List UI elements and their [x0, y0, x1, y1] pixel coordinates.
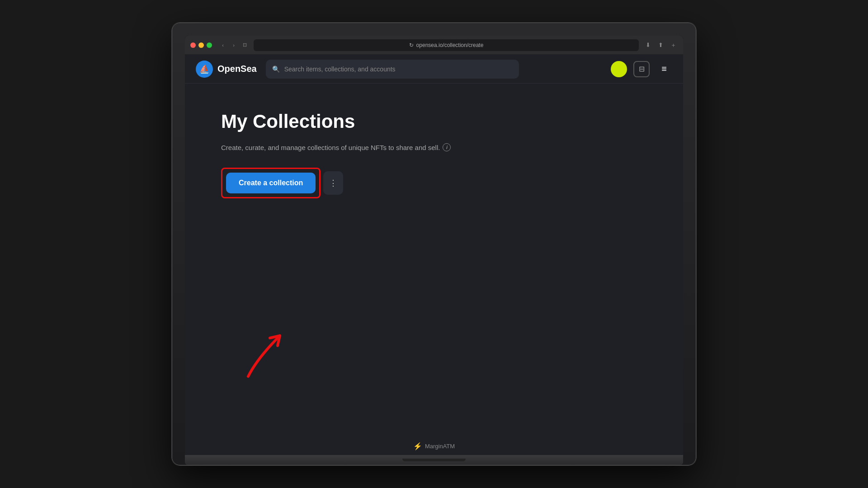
screen-bezel: ‹ › ⊡ ↻ opensea.io/collection/create ⬇ ⬆… — [185, 36, 683, 455]
download-icon[interactable]: ⬇ — [643, 41, 652, 50]
menu-button[interactable]: ≡ — [656, 61, 672, 77]
opensea-logo: ⛵ — [196, 61, 213, 78]
arrow-svg — [239, 322, 293, 381]
laptop-shell: ‹ › ⊡ ↻ opensea.io/collection/create ⬇ ⬆… — [172, 23, 696, 465]
laptop-base — [185, 455, 683, 465]
minimize-button[interactable] — [198, 42, 204, 48]
forward-button[interactable]: › — [229, 41, 238, 50]
laptop-notch — [402, 459, 466, 461]
wallet-button[interactable]: ⊟ — [633, 61, 650, 77]
browser-chrome: ‹ › ⊡ ↻ opensea.io/collection/create ⬇ ⬆… — [185, 36, 683, 55]
subtitle-text: Create, curate, and manage collections o… — [221, 144, 440, 151]
nav-right: ⊟ ≡ — [611, 61, 672, 77]
search-bar[interactable]: 🔍 Search items, collections, and account… — [266, 60, 519, 79]
logo-area[interactable]: ⛵ OpenSea — [196, 61, 257, 78]
page-title: My Collections — [221, 111, 355, 132]
user-avatar[interactable] — [611, 61, 627, 77]
search-placeholder: Search items, collections, and accounts — [284, 66, 396, 73]
create-collection-button[interactable]: Create a collection — [226, 173, 316, 193]
browser-actions: ⬇ ⬆ ＋ — [643, 41, 678, 50]
main-content: My Collections Create, curate, and manag… — [185, 84, 683, 455]
back-button[interactable]: ‹ — [218, 41, 227, 50]
boat-icon: ⛵ — [199, 64, 209, 74]
browser-content: ⛵ OpenSea 🔍 Search items, collections, a… — [185, 55, 683, 455]
hamburger-icon: ≡ — [661, 64, 667, 74]
navbar: ⛵ OpenSea 🔍 Search items, collections, a… — [185, 55, 683, 84]
more-options-icon: ⋮ — [329, 178, 338, 188]
address-bar[interactable]: ↻ opensea.io/collection/create — [254, 39, 639, 51]
maximize-button[interactable] — [207, 42, 212, 48]
address-text: opensea.io/collection/create — [416, 42, 484, 48]
wallet-icon: ⊟ — [639, 65, 645, 73]
info-icon[interactable]: i — [443, 143, 451, 151]
refresh-icon: ↻ — [409, 42, 414, 48]
brand-name: OpenSea — [217, 64, 257, 74]
browser-nav: ‹ › ⊡ — [218, 41, 249, 50]
watermark-icon: ⚡ — [413, 442, 422, 450]
watermark: ⚡ MarginATM — [413, 442, 455, 450]
button-row: Create a collection ⋮ — [221, 168, 343, 198]
watermark-text: MarginATM — [425, 443, 455, 450]
page-subtitle: Create, curate, and manage collections o… — [221, 143, 451, 151]
close-button[interactable] — [190, 42, 196, 48]
search-icon: 🔍 — [272, 66, 280, 73]
share-icon[interactable]: ⬆ — [656, 41, 665, 50]
arrow-annotation — [239, 322, 293, 383]
traffic-lights — [190, 42, 212, 48]
highlight-box: Create a collection — [221, 168, 321, 198]
add-tab-icon[interactable]: ＋ — [669, 41, 678, 50]
window-button[interactable]: ⊡ — [240, 41, 249, 50]
more-options-button[interactable]: ⋮ — [323, 171, 343, 195]
